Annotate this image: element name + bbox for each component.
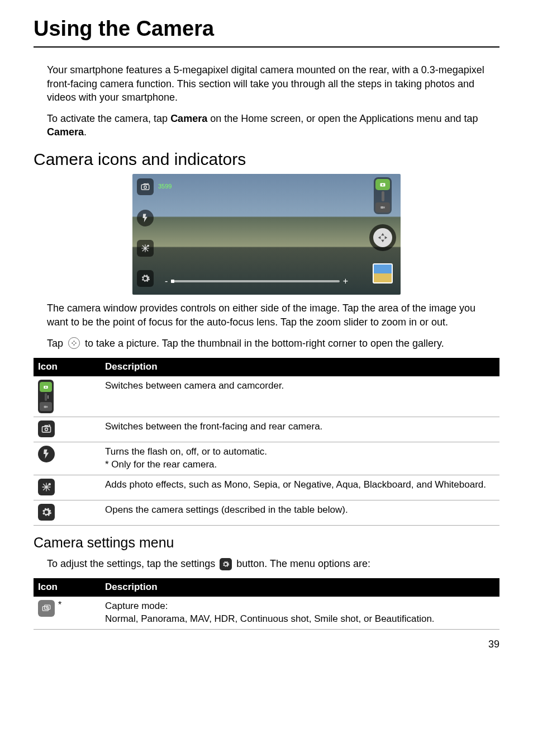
settings-table: Icon Description * Capture mode: Normal,… <box>34 578 499 630</box>
table-row: Switches between camera and camcorder. <box>34 376 499 417</box>
settings-inline-icon <box>220 558 232 570</box>
text: Turns the flash on, off, or to automatic… <box>105 446 267 457</box>
svg-rect-9 <box>42 427 51 432</box>
svg-point-11 <box>49 483 50 485</box>
switch-camera-icon <box>137 178 154 195</box>
svg-point-7 <box>45 386 47 388</box>
table-row: Turns the flash on, off, or to automatic… <box>34 442 499 475</box>
settings-icon <box>38 504 55 521</box>
page-title: Using the Camera <box>34 15 499 48</box>
svg-point-1 <box>144 186 147 189</box>
shutter-button-icon <box>369 224 396 251</box>
svg-point-13 <box>225 563 227 565</box>
desc: Adds photo effects, such as Mono, Sepia,… <box>101 475 499 500</box>
text: To adjust the settings, tap the settings <box>47 558 218 569</box>
svg-rect-5 <box>380 206 383 209</box>
settings-intro: To adjust the settings, tap the settings… <box>34 557 499 570</box>
col-desc: Description <box>101 578 499 597</box>
text: . <box>84 126 87 138</box>
svg-point-16 <box>46 606 48 608</box>
flash-icon <box>38 446 55 462</box>
shot-count: 3599 <box>158 182 172 191</box>
svg-rect-8 <box>44 405 47 408</box>
svg-rect-0 <box>141 185 149 190</box>
icons-table: Icon Description Switches between camera… <box>34 358 499 526</box>
tap-para: Tap to take a picture. Tap the thumbnail… <box>34 337 499 350</box>
text: * Only for the rear camera. <box>105 459 217 470</box>
text: to take a picture. Tap the thumbnail in … <box>85 338 444 349</box>
mode-toggle-icon <box>374 177 392 214</box>
svg-point-12 <box>45 511 48 513</box>
window-para: The camera window provides controls on e… <box>34 301 499 329</box>
camera-screenshot: 3599 - + <box>132 174 401 295</box>
table-row: Switches between the front-facing and re… <box>34 417 499 442</box>
settings-icon <box>137 270 154 287</box>
desc: Capture mode: Normal, Panorama, MAV, HDR… <box>101 597 499 629</box>
settings-heading: Camera settings menu <box>34 533 499 552</box>
capture-mode-icon <box>38 600 55 617</box>
zoom-plus: + <box>343 275 348 287</box>
col-desc: Description <box>101 358 499 376</box>
svg-point-4 <box>382 184 384 186</box>
asterisk: * <box>58 599 61 611</box>
page-number: 39 <box>34 637 499 651</box>
svg-rect-14 <box>42 606 48 611</box>
effects-icon <box>137 240 154 257</box>
desc: Opens the camera settings (described in … <box>101 500 499 525</box>
text: on the Home screen, or open the Applicat… <box>207 113 478 124</box>
text: Normal, Panorama, MAV, HDR, Continuous s… <box>105 613 435 624</box>
intro-para: Your smartphone features a 5-megapixel d… <box>34 63 499 104</box>
desc: Switches between the front-facing and re… <box>101 417 499 442</box>
text: To activate the camera, tap <box>47 113 170 124</box>
col-icon: Icon <box>34 578 101 597</box>
text: Tap <box>47 338 66 349</box>
gallery-thumbnail-icon <box>373 263 393 284</box>
text: button. The menu options are: <box>236 558 370 569</box>
icons-heading: Camera icons and indicators <box>34 148 499 171</box>
flash-icon <box>137 210 154 226</box>
table-row: Opens the camera settings (described in … <box>34 500 499 525</box>
table-row: * Capture mode: Normal, Panorama, MAV, H… <box>34 597 499 629</box>
table-row: Adds photo effects, such as Mono, Sepia,… <box>34 475 499 500</box>
col-icon: Icon <box>34 358 101 376</box>
camera-word-1: Camera <box>170 113 207 124</box>
activate-para: To activate the camera, tap Camera on th… <box>34 112 499 139</box>
svg-point-2 <box>147 245 149 247</box>
zoom-slider: - + <box>165 273 348 289</box>
zoom-minus: - <box>165 275 168 287</box>
effects-icon <box>38 479 55 495</box>
desc: Switches between camera and camcorder. <box>101 376 499 417</box>
svg-point-10 <box>45 428 48 431</box>
svg-rect-15 <box>45 605 50 609</box>
shutter-inline-icon <box>68 337 80 349</box>
front-rear-switch-icon <box>38 420 55 437</box>
camera-camcorder-toggle-icon <box>38 380 54 413</box>
camera-word-2: Camera <box>47 126 84 138</box>
desc: Turns the flash on, off, or to automatic… <box>101 442 499 475</box>
text: Capture mode: <box>105 601 168 611</box>
